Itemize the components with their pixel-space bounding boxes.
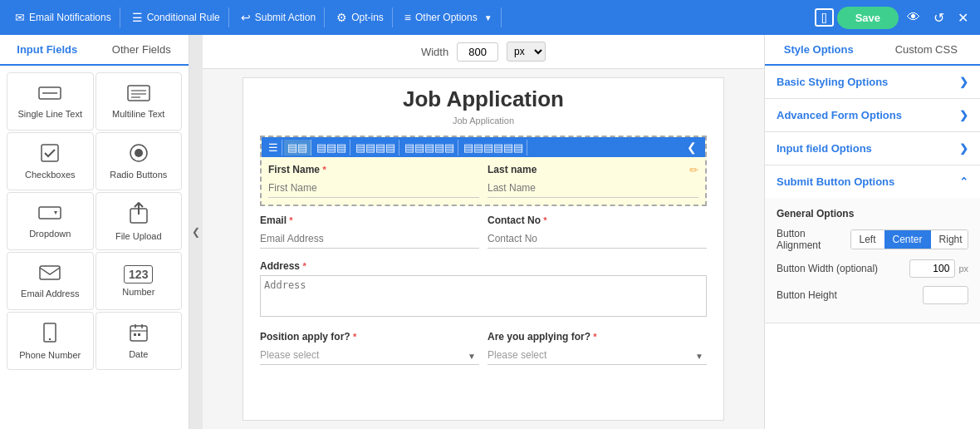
button-width-label: Button Width (optional) bbox=[777, 263, 878, 274]
button-alignment-group: Left Center Right bbox=[850, 229, 969, 249]
width-unit-select[interactable]: px % em bbox=[507, 42, 546, 62]
conditional-icon: ☰ bbox=[132, 11, 143, 24]
accordion-submit-button-content: General Options Button Alignment Left Ce… bbox=[765, 198, 980, 323]
basic-styling-label: Basic Styling Options bbox=[777, 76, 888, 88]
tab-input-fields[interactable]: Input Fields bbox=[0, 35, 95, 66]
address-row: Address * bbox=[260, 260, 707, 319]
button-width-wrapper: px bbox=[909, 259, 968, 278]
center-canvas: Width px % em Job Application Job Applic… bbox=[203, 35, 764, 429]
file-upload-icon bbox=[130, 202, 148, 228]
opt-ins-nav-item[interactable]: ⚙ Opt-ins bbox=[328, 7, 393, 27]
row-tool-2col[interactable]: ▤▤ bbox=[284, 140, 311, 155]
svg-point-8 bbox=[135, 149, 143, 157]
field-item-file-upload[interactable]: File Upload bbox=[96, 192, 183, 250]
refresh-button[interactable]: ↺ bbox=[929, 7, 949, 29]
tab-custom-css[interactable]: Custom CSS bbox=[873, 35, 981, 64]
field-label-dropdown: Dropdown bbox=[29, 229, 71, 239]
align-right-button[interactable]: Right bbox=[931, 230, 968, 249]
form-preview: Job Application Job Application ☰ ▤▤ ▤▤▤… bbox=[243, 77, 724, 421]
button-alignment-row: Button Alignment Left Center Right bbox=[777, 228, 968, 251]
accordion-submit-button-header[interactable]: Submit Button Options ⌃ bbox=[765, 165, 980, 198]
field-item-date[interactable]: Date bbox=[96, 312, 183, 370]
accordion-advanced-form-header[interactable]: Advanced Form Options ❯ bbox=[765, 99, 980, 131]
contact-input[interactable] bbox=[488, 229, 707, 249]
button-height-wrapper bbox=[923, 286, 968, 304]
accordion-basic-styling-header[interactable]: Basic Styling Options ❯ bbox=[765, 66, 980, 98]
advanced-form-chevron: ❯ bbox=[959, 109, 968, 121]
tab-other-fields[interactable]: Other Fields bbox=[95, 35, 189, 64]
left-tabs: Input Fields Other Fields bbox=[0, 35, 189, 66]
field-item-single-line-text[interactable]: Single Line Text bbox=[7, 72, 94, 131]
tab-style-options[interactable]: Style Options bbox=[765, 35, 873, 66]
form-title: Job Application bbox=[260, 86, 707, 112]
email-label: Email * bbox=[260, 214, 479, 226]
submit-button-label: Submit Button Options bbox=[777, 175, 894, 188]
contact-label: Contact No * bbox=[488, 214, 707, 226]
contact-no-field: Contact No * bbox=[488, 214, 707, 249]
save-button[interactable]: Save bbox=[837, 7, 899, 29]
svg-rect-6 bbox=[42, 145, 58, 161]
field-item-email-address[interactable]: Email Address bbox=[7, 252, 94, 310]
row-tool-list[interactable]: ☰ bbox=[265, 140, 282, 155]
svg-rect-11 bbox=[40, 266, 60, 279]
general-options-title: General Options bbox=[777, 208, 968, 219]
field-item-multiline-text[interactable]: Multiline Text bbox=[96, 72, 183, 131]
last-name-input[interactable] bbox=[488, 179, 698, 198]
field-label-single-line-text: Single Line Text bbox=[18, 109, 82, 119]
other-options-label: Other Options bbox=[415, 12, 478, 23]
field-item-radio-buttons[interactable]: Radio Buttons bbox=[96, 132, 183, 190]
applying-for-select[interactable]: Please select bbox=[488, 346, 707, 365]
last-name-field: Last name ✏ bbox=[488, 164, 698, 198]
panel-collapse-button[interactable]: ❮ bbox=[189, 35, 203, 429]
field-item-dropdown[interactable]: Dropdown bbox=[7, 192, 94, 250]
first-name-input[interactable] bbox=[268, 179, 479, 198]
email-contact-row: Email * Contact No * bbox=[260, 214, 707, 249]
checkboxes-icon bbox=[41, 144, 59, 166]
last-name-label: Last name bbox=[488, 164, 698, 175]
email-field: Email * bbox=[260, 214, 479, 249]
row-tool-4col[interactable]: ▤▤▤▤ bbox=[352, 140, 399, 155]
last-name-edit-icon[interactable]: ✏ bbox=[689, 164, 698, 176]
email-notifications-nav-item[interactable]: ✉ Email Notifications bbox=[7, 7, 120, 27]
bracket-button[interactable]: [] bbox=[815, 8, 834, 27]
preview-button[interactable]: 👁 bbox=[902, 7, 925, 28]
dropdown-icon bbox=[38, 205, 61, 225]
conditional-rule-nav-item[interactable]: ☰ Conditional Rule bbox=[124, 7, 229, 27]
position-field: Position apply for? * Please select ▼ bbox=[260, 331, 479, 365]
field-label-number: Number bbox=[122, 287, 154, 297]
field-item-number[interactable]: 123 Number bbox=[96, 252, 183, 310]
field-item-phone-number[interactable]: Phone Number bbox=[7, 312, 94, 370]
accordion-basic-styling: Basic Styling Options ❯ bbox=[765, 66, 980, 99]
button-width-unit: px bbox=[958, 264, 968, 274]
other-options-icon: ≡ bbox=[404, 11, 411, 24]
position-select[interactable]: Please select bbox=[260, 346, 479, 365]
email-input[interactable] bbox=[260, 229, 479, 249]
form-subtitle: Job Application bbox=[260, 116, 707, 126]
first-name-field: First Name * bbox=[268, 164, 479, 198]
close-button[interactable]: ✕ bbox=[953, 7, 973, 29]
button-alignment-label: Button Alignment bbox=[777, 228, 850, 251]
field-label-file-upload: File Upload bbox=[115, 231, 162, 241]
button-width-input[interactable] bbox=[909, 259, 955, 278]
accordion-advanced-form: Advanced Form Options ❯ bbox=[765, 99, 980, 132]
row-tool-6col[interactable]: ▤▤▤▤▤▤ bbox=[460, 140, 527, 155]
submit-action-nav-item[interactable]: ↩ Submit Action bbox=[233, 7, 325, 27]
field-item-checkboxes[interactable]: Checkboxes bbox=[7, 132, 94, 190]
width-input[interactable] bbox=[457, 42, 498, 62]
accordion-input-field-opts-header[interactable]: Input field Options ❯ bbox=[765, 132, 980, 165]
position-select-wrapper: Please select ▼ bbox=[260, 346, 479, 365]
button-height-input[interactable] bbox=[923, 286, 968, 304]
selected-row-fields: First Name * Last name ✏ bbox=[262, 157, 705, 205]
address-label: Address * bbox=[260, 260, 707, 272]
align-center-button[interactable]: Center bbox=[884, 230, 931, 249]
other-options-nav-item[interactable]: ≡ Other Options ▼ bbox=[396, 7, 502, 27]
button-width-row: Button Width (optional) px bbox=[777, 259, 968, 278]
accordion-input-field-opts: Input field Options ❯ bbox=[765, 132, 980, 165]
address-input[interactable] bbox=[260, 275, 707, 317]
row-tool-5col[interactable]: ▤▤▤▤▤ bbox=[401, 140, 458, 155]
row-collapse-btn[interactable]: ❮ bbox=[682, 139, 702, 155]
row-tool-3col[interactable]: ▤▤▤ bbox=[313, 140, 350, 155]
align-left-button[interactable]: Left bbox=[851, 230, 884, 249]
applying-for-select-wrapper: Please select ▼ bbox=[488, 346, 707, 365]
opt-ins-label: Opt-ins bbox=[351, 12, 384, 23]
